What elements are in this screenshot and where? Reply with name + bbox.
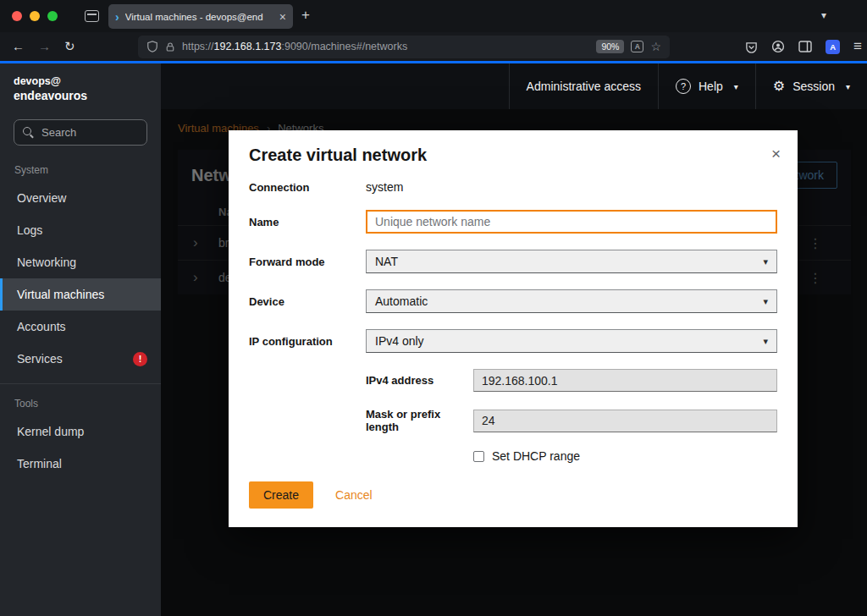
url-bar[interactable]: https://192.168.1.173:9090/machines#/net… (138, 36, 670, 58)
ipv4-address-label: IPv4 address (366, 374, 473, 387)
device-label: Device (249, 295, 366, 308)
create-button[interactable]: Create (249, 481, 313, 509)
window-controls (12, 11, 58, 21)
device-select[interactable]: Automatic▾ (366, 289, 777, 313)
sidebar-item-overview[interactable]: Overview (0, 182, 161, 214)
close-icon[interactable]: × (771, 146, 781, 162)
window-minimize-button[interactable] (30, 11, 40, 21)
help-dropdown[interactable]: ? Help ▾ (658, 63, 755, 109)
dialog-title: Create virtual network (249, 146, 777, 165)
cockpit-favicon-icon: › (115, 11, 119, 23)
ipv4-address-input[interactable] (473, 369, 777, 392)
help-icon: ? (676, 79, 691, 94)
sidebar-item-accounts[interactable]: Accounts (0, 311, 161, 343)
url-host: 192.168.1.173 (214, 41, 282, 52)
mask-prefix-label: Mask or prefix length (366, 408, 473, 433)
session-user: devops@ endeavouros (0, 63, 161, 109)
browser-titlebar: › Virtual machines - devops@end × + ▾ (0, 0, 867, 32)
masthead: Administrative access ? Help ▾ ⚙ Session… (161, 63, 867, 109)
lock-icon[interactable] (165, 41, 175, 52)
firefox-view-icon[interactable] (85, 10, 99, 22)
create-virtual-network-dialog: Create virtual network × Connection syst… (229, 130, 798, 527)
sidebar-item-networking[interactable]: Networking (0, 246, 161, 278)
help-caret-icon: ▾ (734, 82, 738, 91)
window-maximize-button[interactable] (47, 11, 58, 21)
tab-title: Virtual machines - devops@end (125, 12, 273, 22)
connection-value: system (366, 180, 777, 194)
cancel-button[interactable]: Cancel (335, 488, 373, 502)
tab-list-chevron-icon[interactable]: ▾ (821, 9, 826, 21)
gear-icon: ⚙ (773, 80, 785, 93)
forward-mode-label: Forward mode (249, 256, 366, 268)
section-label-tools: Tools (0, 384, 161, 415)
new-tab-button[interactable]: + (301, 8, 310, 22)
sidebar-item-services[interactable]: Services ! (0, 343, 161, 375)
administrative-access-button[interactable]: Administrative access (509, 63, 658, 109)
section-label-system: System (0, 151, 161, 182)
search-input[interactable]: Search (14, 119, 147, 146)
dhcp-range-label: Set DHCP range (492, 449, 580, 463)
select-caret-icon: ▾ (763, 296, 768, 307)
tracking-shield-icon[interactable] (146, 41, 158, 52)
user-name: devops@ (14, 74, 147, 89)
name-label: Name (249, 216, 366, 228)
host-name: endeavouros (14, 89, 147, 102)
ip-configuration-select[interactable]: IPv4 only▾ (366, 329, 777, 353)
account-icon[interactable] (771, 40, 785, 53)
cockpit-sidebar: devops@ endeavouros Search System Overvi… (0, 63, 161, 616)
menu-icon[interactable]: ≡ (853, 38, 862, 55)
pocket-save-icon[interactable] (745, 41, 758, 53)
reload-button[interactable]: ↻ (64, 39, 75, 54)
browser-tab[interactable]: › Virtual machines - devops@end × (108, 4, 293, 29)
translate-icon[interactable]: A (631, 41, 643, 52)
services-alert-badge: ! (133, 352, 147, 366)
search-icon (23, 127, 34, 138)
select-caret-icon: ▾ (763, 256, 768, 267)
ip-configuration-label: IP configuration (249, 335, 366, 348)
zoom-level-badge[interactable]: 90% (596, 40, 624, 53)
connection-label: Connection (249, 181, 366, 194)
translate-addon-icon[interactable]: A (826, 40, 840, 54)
select-caret-icon: ▾ (763, 336, 768, 347)
forward-button[interactable]: → (38, 39, 51, 54)
mask-prefix-input[interactable] (473, 410, 777, 432)
session-dropdown[interactable]: ⚙ Session ▾ (755, 63, 867, 109)
sidebar-item-terminal[interactable]: Terminal (0, 448, 161, 480)
back-button[interactable]: ← (12, 39, 25, 54)
forward-mode-select[interactable]: NAT▾ (366, 250, 777, 273)
session-caret-icon: ▾ (846, 82, 850, 91)
sidebar-item-virtual-machines[interactable]: Virtual machines (0, 278, 161, 311)
sidebar-icon[interactable] (798, 41, 812, 52)
search-placeholder: Search (41, 126, 76, 139)
browser-toolbar: ← → ↻ https://192.168.1.173:9090/machine… (0, 32, 867, 61)
dhcp-range-checkbox[interactable] (473, 451, 484, 462)
sidebar-item-logs[interactable]: Logs (0, 214, 161, 246)
window-close-button[interactable] (12, 11, 22, 21)
sidebar-item-kernel-dump[interactable]: Kernel dump (0, 415, 161, 448)
tab-close-icon[interactable]: × (279, 11, 286, 23)
bookmark-star-icon[interactable]: ☆ (650, 40, 661, 53)
network-name-input[interactable] (366, 210, 777, 234)
url-text: https://192.168.1.173:9090/machines#/net… (182, 41, 589, 52)
